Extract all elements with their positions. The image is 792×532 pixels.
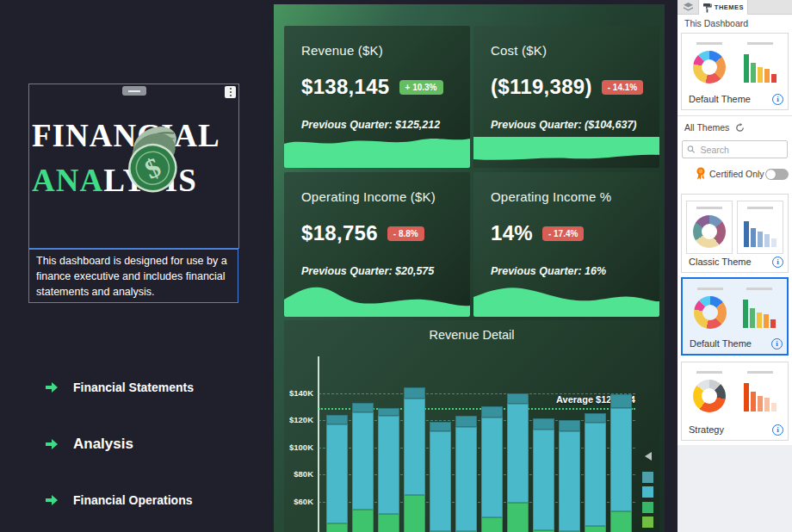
bar-segment[interactable] <box>455 416 477 427</box>
divider <box>678 115 792 116</box>
certified-only-toggle[interactable] <box>765 169 789 180</box>
bar-segment[interactable] <box>326 415 348 424</box>
kpi-previous: Previous Quarter: 16% <box>491 265 606 277</box>
bar-segment[interactable] <box>585 423 606 526</box>
info-icon[interactable]: i <box>772 94 783 105</box>
dashboard-description[interactable]: This dashboard is designed for use by a … <box>28 249 238 303</box>
legend-swatch[interactable] <box>642 502 653 513</box>
widget-menu-button[interactable] <box>225 86 236 98</box>
theme-card-classic[interactable]: Classic Theme i <box>681 194 789 273</box>
delta-badge: - 14.1% <box>602 80 643 95</box>
bar-segment[interactable] <box>507 393 529 405</box>
bar-segment[interactable] <box>610 408 632 511</box>
legend-swatch[interactable] <box>642 486 653 498</box>
kpi-title: Revenue ($K) <box>301 43 383 58</box>
kpi-card-cost[interactable]: Cost ($K) ($119,389) - 14.1% Previous Qu… <box>473 26 659 168</box>
sparkline <box>284 132 470 168</box>
bar-segment[interactable] <box>404 495 425 532</box>
nav-financial-statements[interactable]: Financial Statements <box>45 380 194 394</box>
nav-label: Financial Statements <box>73 380 194 394</box>
legend-collapse-icon[interactable] <box>645 452 652 461</box>
average-label: Average $128,884 <box>463 394 635 405</box>
bar-segment[interactable] <box>559 420 580 431</box>
theme-card-strategy[interactable]: Strategy i <box>681 362 789 441</box>
info-icon[interactable]: i <box>771 338 783 350</box>
bar-segment[interactable] <box>326 523 348 532</box>
bar-segment[interactable] <box>378 514 399 532</box>
bar-segment[interactable] <box>533 418 554 430</box>
kpi-value: 14% <box>491 221 533 245</box>
kpi-card-operating-income-pct[interactable]: Operating Income % 14% - 17.4% Previous … <box>473 172 659 317</box>
logo-line-2: ANALYSIS <box>32 162 197 199</box>
y-tick-label: $120K <box>284 415 313 424</box>
dashboard-canvas: Revenue ($K) $138,145 + 10.3% Previous Q… <box>274 4 665 532</box>
certified-badge-icon <box>696 167 706 181</box>
tab-themes[interactable]: THEMES <box>698 0 748 15</box>
bar-segment[interactable] <box>378 408 399 416</box>
bar-segment[interactable] <box>378 416 399 513</box>
kpi-title: Operating Income ($K) <box>301 189 436 204</box>
tab-layers[interactable] <box>678 0 698 15</box>
bar-segment[interactable] <box>326 424 348 523</box>
theme-donut-thumb <box>693 51 726 84</box>
current-theme-card[interactable]: Default Theme i <box>681 33 789 110</box>
bar-segment[interactable] <box>507 503 529 532</box>
bar-segment[interactable] <box>585 413 606 423</box>
theme-donut-thumb <box>693 215 726 248</box>
left-sidebar: FINANCIAL ANALYSIS $ This dashboard is d… <box>0 0 274 532</box>
theme-name: Default Theme <box>689 94 751 104</box>
kpi-title: Cost ($K) <box>491 43 547 58</box>
bar-segment[interactable] <box>430 431 451 532</box>
bar-segment[interactable] <box>585 526 606 532</box>
kpi-value: ($119,389) <box>491 75 592 99</box>
drag-handle[interactable] <box>122 86 146 96</box>
y-tick-label: $60K <box>284 497 313 506</box>
bar-segment[interactable] <box>430 422 451 431</box>
certified-only-label: Certified Only <box>709 169 764 179</box>
revenue-detail-chart[interactable]: Revenue Detail $140K$120K$100K$80K$60KAv… <box>284 320 659 532</box>
layers-icon <box>683 2 694 13</box>
bar-segment[interactable] <box>533 430 554 530</box>
logo-widget[interactable]: FINANCIAL ANALYSIS $ <box>28 84 239 249</box>
tab-themes-label: THEMES <box>715 3 744 11</box>
bar-segment[interactable] <box>481 418 503 518</box>
bar-segment[interactable] <box>507 404 529 503</box>
theme-bars-thumb <box>744 380 777 411</box>
theme-card-default[interactable]: Default Theme i <box>681 277 789 356</box>
bar-segment[interactable] <box>352 412 374 510</box>
kpi-card-operating-income[interactable]: Operating Income ($K) $18,756 - 8.8% Pre… <box>284 172 470 317</box>
theme-bars-thumb <box>744 52 777 83</box>
bar-segment[interactable] <box>455 427 477 531</box>
y-tick-label: $100K <box>284 442 313 452</box>
bar-segment[interactable] <box>481 406 503 418</box>
logo-line-1: FINANCIAL <box>32 117 220 154</box>
bar-segment[interactable] <box>352 510 374 532</box>
theme-name: Default Theme <box>690 338 752 349</box>
legend-swatch[interactable] <box>642 517 653 528</box>
bar-segment[interactable] <box>559 431 580 532</box>
panel-empty-area <box>678 445 792 532</box>
nav-analysis[interactable]: Analysis <box>45 436 133 453</box>
kpi-card-revenue[interactable]: Revenue ($K) $138,145 + 10.3% Previous Q… <box>284 26 470 168</box>
bar-segment[interactable] <box>404 399 425 495</box>
sparkline <box>473 281 659 317</box>
info-icon[interactable]: i <box>772 257 783 268</box>
delta-badge: - 17.4% <box>542 226 584 241</box>
bar-segment[interactable] <box>610 394 632 408</box>
legend-swatch[interactable] <box>642 472 653 483</box>
kpi-value: $18,756 <box>301 221 378 245</box>
kpi-previous: Previous Quarter: ($104,637) <box>491 119 637 131</box>
bar-segment[interactable] <box>610 511 632 532</box>
certified-only-row: Certified Only <box>678 167 792 181</box>
refresh-icon[interactable] <box>735 123 745 133</box>
info-icon[interactable]: i <box>772 424 783 436</box>
bar-segment[interactable] <box>352 403 374 412</box>
bar-segment[interactable] <box>481 517 503 532</box>
bar-segment[interactable] <box>404 387 425 399</box>
panel-tab-bar: THEMES <box>678 0 792 15</box>
green-arrow-icon <box>45 437 59 451</box>
green-arrow-icon <box>45 380 59 394</box>
kpi-value: $138,145 <box>301 75 390 99</box>
nav-financial-operations[interactable]: Financial Operations <box>45 493 192 507</box>
search-input[interactable] <box>699 144 783 156</box>
